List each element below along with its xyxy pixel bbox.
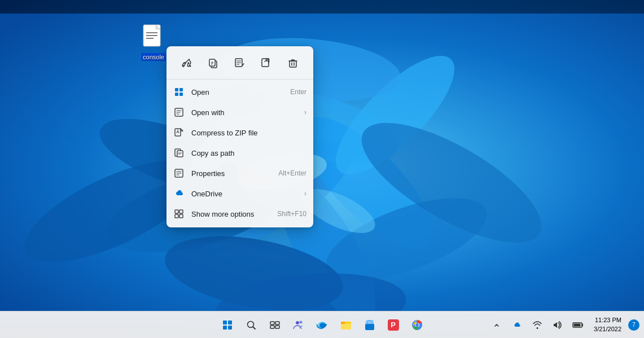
tray-expand-button[interactable]: [488, 316, 506, 334]
svg-rect-58: [175, 214, 178, 218]
tray-onedrive-icon[interactable]: [508, 316, 526, 334]
onedrive-arrow: ›: [304, 190, 306, 197]
onedrive-icon: [173, 188, 185, 199]
svg-rect-63: [228, 326, 232, 330]
svg-point-24: [184, 63, 186, 64]
svg-rect-67: [275, 322, 279, 324]
start-button[interactable]: [216, 314, 239, 336]
context-properties-item[interactable]: Properties Alt+Enter: [167, 163, 313, 183]
svg-rect-37: [290, 61, 296, 67]
file-icon-svg: [142, 24, 165, 51]
context-copy-button[interactable]: [203, 53, 224, 73]
copy-path-icon: [173, 147, 185, 159]
svg-rect-40: [175, 88, 178, 91]
properties-icon: [173, 168, 185, 179]
svg-rect-66: [270, 322, 274, 324]
edge-button[interactable]: [311, 314, 334, 336]
clock-date: 3/21/2022: [594, 325, 621, 333]
system-clock[interactable]: 11:23 PM 3/21/2022: [589, 316, 626, 333]
system-tray: 11:23 PM 3/21/2022 7: [488, 316, 644, 334]
task-view-button[interactable]: [264, 314, 286, 336]
svg-point-23: [182, 65, 184, 67]
tray-battery-icon[interactable]: [569, 316, 587, 334]
teams-button[interactable]: [287, 314, 310, 336]
svg-point-71: [299, 321, 302, 323]
compress-icon: [173, 127, 185, 138]
context-copy-path-item[interactable]: Copy as path: [167, 143, 313, 163]
svg-point-25: [187, 63, 189, 64]
taskbar-center-icons: P: [216, 314, 428, 336]
notification-badge[interactable]: 7: [628, 319, 639, 331]
context-open-with-item[interactable]: Open with ›: [167, 102, 313, 122]
context-cut-button[interactable]: [177, 53, 197, 73]
svg-rect-42: [175, 93, 178, 96]
open-with-icon: [173, 107, 185, 118]
context-compress-item[interactable]: Compress to ZIP file: [167, 122, 313, 143]
context-share-button[interactable]: [256, 53, 277, 73]
onedrive-label: OneDrive: [191, 190, 297, 198]
open-icon: [173, 86, 185, 98]
context-delete-button[interactable]: [283, 53, 303, 73]
svg-point-26: [189, 65, 191, 67]
tray-volume-icon[interactable]: [549, 316, 567, 334]
svg-rect-43: [179, 93, 183, 96]
svg-line-65: [253, 327, 255, 329]
context-more-options-item[interactable]: Show more options Shift+F10: [167, 204, 313, 224]
more-options-shortcut: Shift+F10: [277, 210, 306, 218]
chrome-button[interactable]: [406, 314, 428, 336]
svg-rect-56: [175, 210, 178, 213]
svg-point-70: [296, 321, 299, 324]
properties-shortcut: Alt+Enter: [278, 169, 306, 177]
svg-rect-62: [223, 326, 227, 330]
context-rename-button[interactable]: [230, 53, 250, 73]
store-button[interactable]: [358, 314, 381, 336]
context-menu: Open Enter Open with › Compress to ZIP f…: [167, 46, 313, 227]
context-onedrive-item[interactable]: OneDrive ›: [167, 183, 313, 204]
open-with-label: Open with: [191, 108, 297, 117]
more-options-label: Show more options: [191, 210, 270, 218]
clock-time: 11:23 PM: [595, 316, 621, 324]
copy-path-label: Copy as path: [191, 149, 306, 157]
bloom-wallpaper: [0, 0, 644, 338]
open-with-arrow: ›: [304, 108, 306, 116]
open-label: Open: [191, 88, 283, 96]
svg-rect-80: [574, 323, 581, 326]
taskbar: P: [0, 311, 644, 338]
svg-rect-41: [179, 88, 183, 91]
tray-wifi-icon[interactable]: [528, 316, 546, 334]
svg-rect-36: [262, 59, 269, 67]
svg-rect-69: [275, 326, 279, 328]
svg-rect-75: [365, 324, 374, 330]
open-shortcut: Enter: [290, 88, 306, 96]
search-button[interactable]: [240, 314, 262, 336]
svg-rect-60: [223, 321, 227, 324]
svg-rect-68: [270, 326, 274, 328]
more-options-icon: [173, 208, 185, 220]
svg-rect-61: [228, 321, 232, 324]
compress-label: Compress to ZIP file: [191, 129, 306, 137]
svg-point-78: [415, 323, 419, 327]
file-explorer-button[interactable]: [335, 314, 357, 336]
context-menu-top-icons: [167, 50, 313, 80]
desktop-background: [0, 0, 644, 338]
svg-rect-28: [209, 59, 215, 66]
svg-rect-57: [179, 210, 183, 213]
desktop-icon-label: console: [141, 53, 166, 61]
properties-label: Properties: [191, 169, 271, 178]
context-open-item[interactable]: Open Enter: [167, 82, 313, 102]
app7-button[interactable]: P: [382, 314, 405, 336]
svg-rect-59: [179, 214, 183, 218]
svg-rect-74: [341, 322, 345, 324]
